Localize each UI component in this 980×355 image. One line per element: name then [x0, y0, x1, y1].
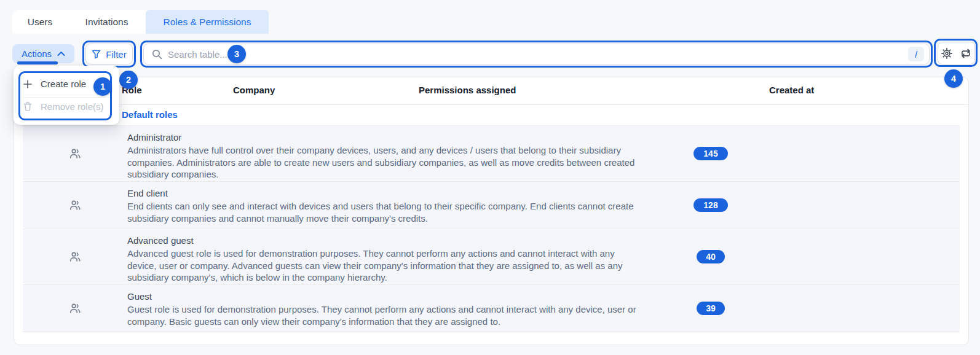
- filter-funnel-icon: [92, 50, 101, 59]
- search-input[interactable]: [168, 49, 903, 60]
- callout-badge-3: 3: [227, 45, 246, 63]
- table-settings-group: [938, 42, 975, 64]
- column-header-company: Company: [233, 85, 275, 95]
- search-box: /: [143, 44, 930, 64]
- menu-divider: [22, 97, 111, 98]
- filter-button[interactable]: Filter: [85, 44, 133, 64]
- chevron-up-icon: [57, 51, 65, 57]
- menu-item-remove-role[interactable]: Remove role(s): [23, 101, 104, 112]
- section-default-roles[interactable]: Default roles: [122, 109, 178, 120]
- menu-item-label: Remove role(s): [41, 101, 104, 112]
- menu-item-label: Create role: [41, 79, 86, 89]
- tab-bar: Users Invitations Roles & Permissions: [12, 10, 269, 34]
- gear-icon[interactable]: [941, 48, 952, 59]
- search-icon: [152, 49, 162, 60]
- role-description: Administrators have full control over th…: [127, 144, 645, 181]
- roles-permissions-page: Users Invitations Roles & Permissions Ac…: [0, 0, 980, 355]
- keyboard-shortcut-slash: /: [908, 47, 924, 61]
- users-icon: [69, 303, 81, 314]
- filter-button-label: Filter: [106, 49, 126, 60]
- roles-table: Role Company Permissions assigned Create…: [14, 77, 969, 345]
- permissions-count-badge: 145: [694, 147, 728, 160]
- role-name: Guest: [127, 291, 645, 302]
- users-icon: [69, 251, 81, 262]
- role-description: End clients can only see and interact wi…: [127, 200, 645, 224]
- actions-button-label: Actions: [22, 49, 52, 59]
- menu-item-create-role[interactable]: Create role: [23, 79, 86, 89]
- actions-active-underline: [17, 61, 58, 64]
- table-row[interactable]: Administrator Administrators have full c…: [23, 125, 960, 181]
- table-row[interactable]: Advanced guest Advanced guest role is us…: [23, 228, 960, 284]
- callout-badge-4: 4: [944, 69, 963, 88]
- role-name: End client: [127, 188, 645, 198]
- permissions-count-badge: 128: [694, 198, 728, 212]
- users-icon: [69, 148, 81, 159]
- permissions-count-badge: 40: [697, 250, 725, 263]
- tab-invitations[interactable]: Invitations: [68, 10, 146, 34]
- role-name: Advanced guest: [127, 235, 645, 246]
- actions-button[interactable]: Actions: [12, 44, 74, 63]
- callout-badge-1: 1: [93, 77, 112, 96]
- plus-icon: [23, 80, 32, 88]
- role-name: Administrator: [127, 132, 645, 142]
- tab-roles-permissions[interactable]: Roles & Permissions: [146, 10, 269, 34]
- callout-badge-2: 2: [119, 71, 138, 89]
- header-divider: [14, 104, 968, 105]
- refresh-icon[interactable]: [960, 48, 971, 59]
- table-row[interactable]: End client End clients can only see and …: [23, 181, 960, 228]
- role-description: Guest role is used for demonstration pur…: [127, 303, 645, 327]
- table-row[interactable]: Guest Guest role is used for demonstrati…: [23, 284, 960, 332]
- users-icon: [69, 200, 81, 211]
- tab-users[interactable]: Users: [12, 10, 68, 34]
- role-description: Advanced guest role is used for demonstr…: [127, 248, 645, 284]
- column-header-created-at: Created at: [769, 85, 814, 95]
- permissions-count-badge: 39: [697, 302, 725, 315]
- trash-icon: [23, 102, 32, 111]
- column-header-permissions: Permissions assigned: [419, 85, 516, 95]
